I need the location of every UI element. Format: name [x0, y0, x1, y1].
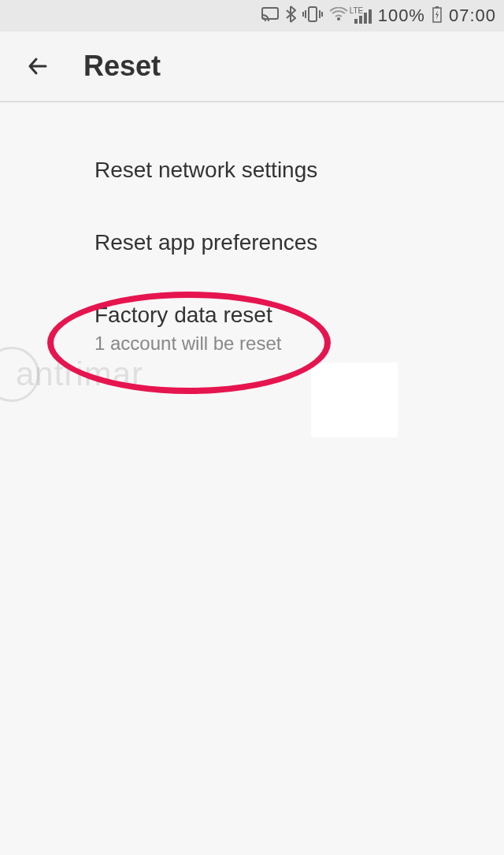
list-item-title: Reset network settings	[94, 158, 480, 183]
reset-network-settings-item[interactable]: Reset network settings	[0, 134, 504, 206]
status-bar: LTE 100% 07:00	[0, 0, 504, 32]
cast-icon	[261, 7, 279, 25]
back-button[interactable]	[24, 52, 52, 80]
svg-rect-4	[435, 6, 439, 8]
list-item-title: Factory data reset	[94, 303, 480, 328]
white-patch-overlay	[311, 362, 398, 437]
app-bar: Reset	[0, 32, 504, 102]
battery-charging-icon	[432, 6, 443, 27]
svg-point-2	[337, 17, 340, 20]
watermark: antrimar	[0, 347, 143, 402]
settings-list: Reset network settings Reset app prefere…	[0, 102, 504, 378]
vibrate-icon	[302, 6, 323, 27]
bluetooth-icon	[285, 6, 296, 27]
status-icons-group: LTE 100% 07:00	[261, 6, 496, 27]
battery-percent: 100%	[378, 6, 425, 26]
reset-app-preferences-item[interactable]: Reset app preferences	[0, 206, 504, 279]
wifi-icon	[329, 7, 348, 25]
svg-rect-1	[309, 7, 317, 21]
page-title: Reset	[83, 50, 161, 83]
lte-label: LTE	[350, 6, 364, 15]
list-item-title: Reset app preferences	[94, 230, 480, 255]
signal-icon: LTE	[354, 8, 372, 24]
list-item-subtitle: 1 account will be reset	[94, 333, 480, 355]
clock-time: 07:00	[449, 6, 496, 26]
arrow-left-icon	[25, 54, 50, 79]
svg-rect-0	[262, 8, 278, 19]
watermark-text: antrimar	[16, 355, 143, 393]
